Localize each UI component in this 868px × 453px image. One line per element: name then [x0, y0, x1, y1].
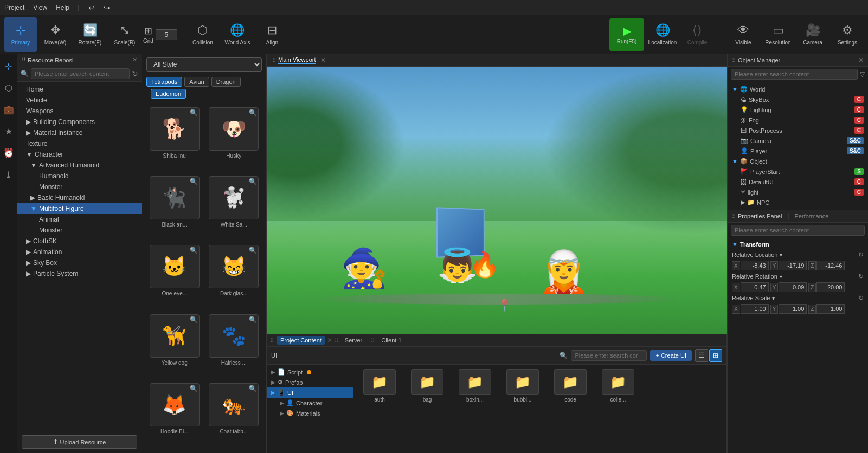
icon-sidebar-home[interactable]: ⊹ [1, 59, 16, 74]
viewport-tab-label[interactable]: Main Viewport [278, 56, 316, 64]
camera-tool[interactable]: 🎥 Camera [796, 17, 829, 52]
grid-view-btn[interactable]: ⊞ [709, 349, 722, 362]
asset-search-6[interactable]: 🔍 [190, 316, 198, 323]
resource-item-humanoid[interactable]: Humanoid [17, 171, 142, 182]
light-item[interactable]: ✳ light C [728, 187, 868, 197]
menu-help[interactable]: Help [56, 4, 69, 11]
resource-panel-close[interactable]: ✕ [132, 56, 137, 63]
props-search-input[interactable] [731, 225, 865, 236]
file-item-colle[interactable]: 📁 colle... [596, 369, 640, 403]
asset-search-3[interactable]: 🔍 [249, 178, 257, 185]
rel-rotation-reset[interactable]: ↻ [858, 273, 864, 280]
bottom-tab-server[interactable]: Server [342, 336, 365, 345]
resource-item-clothsk[interactable]: ▶ClothSK [17, 236, 142, 247]
file-item-bubble[interactable]: 📁 bubbl... [501, 369, 544, 403]
world-item[interactable]: ▼ 🌐 World [728, 84, 868, 94]
create-ui-button[interactable]: + Create UI [650, 350, 692, 361]
rel-rot-z-input[interactable] [816, 282, 845, 292]
resource-item-character[interactable]: ▼Character [17, 149, 142, 160]
asset-search-2[interactable]: 🔍 [190, 178, 198, 185]
resource-item-vehicle[interactable]: Vehicle [17, 95, 142, 106]
asset-search-7[interactable]: 🔍 [249, 316, 257, 323]
file-item-auth[interactable]: 📁 auth [358, 369, 401, 403]
file-item-code[interactable]: 📁 code [549, 369, 592, 403]
resource-item-texture[interactable]: Texture [17, 138, 142, 149]
file-item-bag[interactable]: 📁 bag [406, 369, 449, 403]
postprocess-item[interactable]: 🎞 PostProcess C [728, 125, 868, 135]
asset-search-4[interactable]: 🔍 [190, 247, 198, 254]
resource-item-monster-2[interactable]: Monster [17, 225, 142, 236]
resource-item-animal[interactable]: Animal [17, 214, 142, 225]
compile-tool[interactable]: ⟨⟩ Compile [681, 17, 713, 52]
rel-loc-y-input[interactable] [779, 261, 807, 270]
player-item[interactable]: 👤 Player S&C [728, 146, 868, 156]
asset-thumb-9[interactable]: 🐅 🔍 [209, 383, 259, 426]
asset-thumb-2[interactable]: 🐈‍⬛ 🔍 [150, 176, 200, 219]
primary-tool[interactable]: ⊹ Primary [4, 17, 37, 52]
icon-sidebar-star[interactable]: ★ [1, 124, 16, 139]
proj-script[interactable]: ▶ 📄 Script [267, 367, 353, 377]
resource-item-multifoot[interactable]: ▼Multifoot Figure [17, 203, 142, 214]
proj-materials[interactable]: ▶ 🎨 Materials [267, 408, 353, 418]
asset-thumb-4[interactable]: 🐱 🔍 [150, 245, 200, 288]
filter-tab-dragon[interactable]: Dragon [211, 77, 241, 87]
fog-item[interactable]: 🌫 Fog C [728, 115, 868, 125]
menu-project[interactable]: Project [4, 4, 24, 11]
upload-resource-button[interactable]: ⬆ Upload Resource [22, 435, 137, 449]
visible-tool[interactable]: 👁 Visible [727, 17, 760, 52]
bottom-tab-client[interactable]: Client 1 [378, 336, 404, 345]
skybox-item[interactable]: 🌤 SkyBox C [728, 94, 868, 105]
rel-location-reset[interactable]: ↻ [858, 251, 864, 258]
resource-item-building[interactable]: ▶Building Components [17, 117, 142, 127]
asset-search-1[interactable]: 🔍 [249, 109, 257, 117]
asset-search-8[interactable]: 🔍 [190, 385, 198, 392]
list-view-btn[interactable]: ☰ [695, 349, 708, 362]
asset-thumb-1[interactable]: 🐶 🔍 [209, 107, 259, 151]
rel-loc-x-input[interactable] [741, 261, 769, 270]
object-manager-close[interactable]: ✕ [858, 56, 864, 64]
resource-item-monster-1[interactable]: Monster [17, 182, 142, 192]
undo-icon[interactable]: ↩ [88, 3, 95, 12]
object-group[interactable]: ▼ 📦 Object [728, 156, 868, 166]
icon-sidebar-shapes[interactable]: ⬡ [1, 80, 16, 95]
asset-search-0[interactable]: 🔍 [190, 109, 198, 117]
viewport-scene[interactable]: 🧙 👼 🧝 🔥 📍 [267, 67, 727, 334]
proj-ui[interactable]: ▶ 📱 UI [267, 387, 353, 398]
align-tool[interactable]: ⊟ Align [256, 17, 288, 52]
defaultui-item[interactable]: 🖼 DefaultUI C [728, 177, 868, 187]
filter-tab-tetrapods[interactable]: Tetrapods [146, 77, 182, 87]
file-item-boxing[interactable]: 📁 boxin... [453, 369, 497, 403]
style-select[interactable]: All Style [146, 57, 262, 72]
menu-view[interactable]: View [33, 4, 47, 11]
grid-value-input[interactable] [156, 29, 177, 40]
asset-thumb-8[interactable]: 🦊 🔍 [150, 383, 200, 426]
resolution-tool[interactable]: ▭ Resolution [762, 17, 794, 52]
settings-tool[interactable]: ⚙ Settings [831, 17, 864, 52]
collision-tool[interactable]: ⬡ Collision [187, 17, 219, 52]
resource-item-skybox[interactable]: ▶Sky Box [17, 257, 142, 268]
resource-item-animation[interactable]: ▶Animation [17, 247, 142, 257]
localization-tool[interactable]: 🌐 Localization [646, 17, 679, 52]
world-axis-tool[interactable]: 🌐 World Axis [221, 17, 254, 52]
npc-item[interactable]: ▶ 📁 NPC [728, 197, 868, 208]
object-search-input[interactable] [731, 69, 858, 80]
rel-scale-reset[interactable]: ↻ [858, 294, 864, 302]
proj-prefab[interactable]: ▶ ⚙ Prefab [267, 377, 353, 387]
resource-item-basic-humanoid[interactable]: ▶Basic Humanoid [17, 192, 142, 203]
run-button[interactable]: ▶ Run(F5) [609, 18, 644, 51]
asset-thumb-0[interactable]: 🐕 🔍 [150, 107, 200, 151]
resource-item-adv-humanoid[interactable]: ▼Advanced Humanoid [17, 160, 142, 171]
rotate-tool[interactable]: 🔄 Rotate(E) [74, 17, 106, 52]
asset-thumb-7[interactable]: 🐾 🔍 [209, 314, 259, 358]
proj-character[interactable]: ▶ 👤 Character [267, 398, 353, 408]
performance-tab[interactable]: Performance [794, 213, 828, 219]
redo-icon[interactable]: ↪ [104, 3, 110, 12]
rel-scale-x-input[interactable] [741, 304, 769, 314]
icon-sidebar-briefcase[interactable]: 💼 [1, 102, 16, 117]
bottom-tab-project[interactable]: Project Content [277, 336, 325, 345]
object-filter-icon[interactable]: ▽ [860, 70, 865, 78]
resource-search-input[interactable] [31, 68, 130, 79]
refresh-icon[interactable]: ↻ [132, 69, 138, 78]
icon-sidebar-clock[interactable]: ⏰ [1, 145, 16, 160]
asset-search-9[interactable]: 🔍 [249, 385, 257, 392]
